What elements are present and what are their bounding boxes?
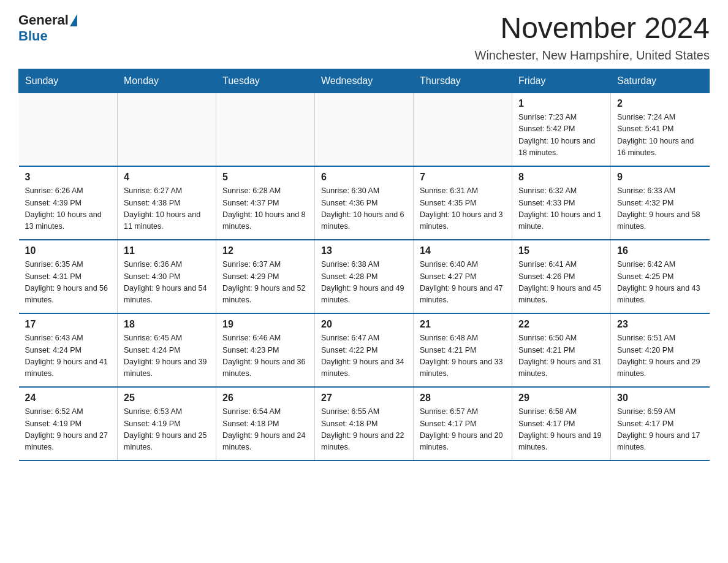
- day-number: 17: [25, 319, 112, 330]
- calendar-week-row: 3Sunrise: 6:26 AMSunset: 4:39 PMDaylight…: [19, 166, 710, 240]
- day-number: 2: [617, 98, 703, 109]
- day-info: Sunrise: 6:50 AMSunset: 4:21 PMDaylight:…: [518, 332, 604, 380]
- day-number: 10: [25, 245, 112, 256]
- day-number: 20: [321, 319, 407, 330]
- calendar-cell: 5Sunrise: 6:28 AMSunset: 4:37 PMDaylight…: [216, 166, 315, 240]
- day-number: 18: [124, 319, 210, 330]
- header-monday: Monday: [118, 69, 216, 93]
- day-number: 12: [222, 245, 308, 256]
- day-info: Sunrise: 6:26 AMSunset: 4:39 PMDaylight:…: [25, 185, 112, 233]
- calendar-cell: 4Sunrise: 6:27 AMSunset: 4:38 PMDaylight…: [118, 166, 216, 240]
- calendar-cell: 20Sunrise: 6:47 AMSunset: 4:22 PMDayligh…: [315, 313, 414, 387]
- day-number: 21: [420, 319, 506, 330]
- calendar-cell: [414, 93, 512, 166]
- day-info: Sunrise: 6:58 AMSunset: 4:17 PMDaylight:…: [518, 406, 604, 454]
- logo: General Blue: [18, 12, 77, 44]
- day-info: Sunrise: 6:45 AMSunset: 4:24 PMDaylight:…: [124, 332, 210, 380]
- calendar-week-row: 10Sunrise: 6:35 AMSunset: 4:31 PMDayligh…: [19, 240, 710, 313]
- calendar-cell: [216, 93, 315, 166]
- day-info: Sunrise: 6:52 AMSunset: 4:19 PMDaylight:…: [25, 406, 112, 454]
- day-number: 3: [25, 172, 112, 183]
- logo-general-text: General: [18, 12, 69, 28]
- day-info: Sunrise: 6:37 AMSunset: 4:29 PMDaylight:…: [222, 259, 308, 307]
- day-number: 16: [617, 245, 703, 256]
- day-number: 11: [124, 245, 210, 256]
- day-info: Sunrise: 6:33 AMSunset: 4:32 PMDaylight:…: [617, 185, 703, 233]
- header-sunday: Sunday: [19, 69, 118, 93]
- day-number: 23: [617, 319, 703, 330]
- day-info: Sunrise: 6:28 AMSunset: 4:37 PMDaylight:…: [222, 185, 308, 233]
- day-number: 15: [518, 245, 604, 256]
- logo-blue-text: Blue: [18, 28, 48, 44]
- day-info: Sunrise: 6:31 AMSunset: 4:35 PMDaylight:…: [420, 185, 506, 233]
- day-info: Sunrise: 6:30 AMSunset: 4:36 PMDaylight:…: [321, 185, 407, 233]
- calendar-cell: 12Sunrise: 6:37 AMSunset: 4:29 PMDayligh…: [216, 240, 315, 313]
- calendar-cell: [315, 93, 414, 166]
- calendar-cell: 22Sunrise: 6:50 AMSunset: 4:21 PMDayligh…: [512, 313, 611, 387]
- day-info: Sunrise: 6:47 AMSunset: 4:22 PMDaylight:…: [321, 332, 407, 380]
- title-block: November 2024 Winchester, New Hampshire,…: [475, 12, 710, 63]
- calendar-cell: 3Sunrise: 6:26 AMSunset: 4:39 PMDaylight…: [19, 166, 118, 240]
- day-info: Sunrise: 6:36 AMSunset: 4:30 PMDaylight:…: [124, 259, 210, 307]
- calendar-cell: 8Sunrise: 6:32 AMSunset: 4:33 PMDaylight…: [512, 166, 611, 240]
- day-info: Sunrise: 6:54 AMSunset: 4:18 PMDaylight:…: [222, 406, 308, 454]
- calendar-cell: 25Sunrise: 6:53 AMSunset: 4:19 PMDayligh…: [118, 387, 216, 461]
- day-number: 13: [321, 245, 407, 256]
- calendar-cell: [19, 93, 118, 166]
- day-number: 29: [518, 393, 604, 404]
- day-number: 14: [420, 245, 506, 256]
- calendar-cell: 19Sunrise: 6:46 AMSunset: 4:23 PMDayligh…: [216, 313, 315, 387]
- day-info: Sunrise: 6:35 AMSunset: 4:31 PMDaylight:…: [25, 259, 112, 307]
- calendar-cell: 1Sunrise: 7:23 AMSunset: 5:42 PMDaylight…: [512, 93, 611, 166]
- day-number: 1: [518, 98, 604, 109]
- day-info: Sunrise: 6:51 AMSunset: 4:20 PMDaylight:…: [617, 332, 703, 380]
- day-info: Sunrise: 6:48 AMSunset: 4:21 PMDaylight:…: [420, 332, 506, 380]
- day-number: 6: [321, 172, 407, 183]
- day-info: Sunrise: 6:27 AMSunset: 4:38 PMDaylight:…: [124, 185, 210, 233]
- day-number: 8: [518, 172, 604, 183]
- header-tuesday: Tuesday: [216, 69, 315, 93]
- day-number: 30: [617, 393, 703, 404]
- day-number: 22: [518, 319, 604, 330]
- calendar-cell: 6Sunrise: 6:30 AMSunset: 4:36 PMDaylight…: [315, 166, 414, 240]
- header-friday: Friday: [512, 69, 611, 93]
- calendar-cell: 10Sunrise: 6:35 AMSunset: 4:31 PMDayligh…: [19, 240, 118, 313]
- calendar-cell: [118, 93, 216, 166]
- day-info: Sunrise: 6:42 AMSunset: 4:25 PMDaylight:…: [617, 259, 703, 307]
- day-number: 5: [222, 172, 308, 183]
- calendar-cell: 28Sunrise: 6:57 AMSunset: 4:17 PMDayligh…: [414, 387, 512, 461]
- day-info: Sunrise: 6:53 AMSunset: 4:19 PMDaylight:…: [124, 406, 210, 454]
- page-header: General Blue November 2024 Winchester, N…: [18, 12, 710, 63]
- calendar-cell: 2Sunrise: 7:24 AMSunset: 5:41 PMDaylight…: [611, 93, 710, 166]
- calendar-cell: 30Sunrise: 6:59 AMSunset: 4:17 PMDayligh…: [611, 387, 710, 461]
- calendar-cell: 7Sunrise: 6:31 AMSunset: 4:35 PMDaylight…: [414, 166, 512, 240]
- calendar-cell: 24Sunrise: 6:52 AMSunset: 4:19 PMDayligh…: [19, 387, 118, 461]
- calendar-cell: 11Sunrise: 6:36 AMSunset: 4:30 PMDayligh…: [118, 240, 216, 313]
- day-info: Sunrise: 6:59 AMSunset: 4:17 PMDaylight:…: [617, 406, 703, 454]
- calendar-cell: 17Sunrise: 6:43 AMSunset: 4:24 PMDayligh…: [19, 313, 118, 387]
- calendar-cell: 13Sunrise: 6:38 AMSunset: 4:28 PMDayligh…: [315, 240, 414, 313]
- calendar-cell: 18Sunrise: 6:45 AMSunset: 4:24 PMDayligh…: [118, 313, 216, 387]
- day-number: 25: [124, 393, 210, 404]
- calendar-cell: 27Sunrise: 6:55 AMSunset: 4:18 PMDayligh…: [315, 387, 414, 461]
- day-info: Sunrise: 6:57 AMSunset: 4:17 PMDaylight:…: [420, 406, 506, 454]
- day-number: 4: [124, 172, 210, 183]
- day-number: 24: [25, 393, 112, 404]
- day-info: Sunrise: 7:23 AMSunset: 5:42 PMDaylight:…: [518, 112, 604, 159]
- day-number: 27: [321, 393, 407, 404]
- day-number: 26: [222, 393, 308, 404]
- calendar-cell: 29Sunrise: 6:58 AMSunset: 4:17 PMDayligh…: [512, 387, 611, 461]
- calendar-header-row: SundayMondayTuesdayWednesdayThursdayFrid…: [19, 69, 710, 93]
- month-year-title: November 2024: [475, 12, 710, 45]
- location-title: Winchester, New Hampshire, United States: [475, 48, 710, 63]
- day-number: 9: [617, 172, 703, 183]
- calendar-cell: 26Sunrise: 6:54 AMSunset: 4:18 PMDayligh…: [216, 387, 315, 461]
- calendar-cell: 16Sunrise: 6:42 AMSunset: 4:25 PMDayligh…: [611, 240, 710, 313]
- calendar-week-row: 1Sunrise: 7:23 AMSunset: 5:42 PMDaylight…: [19, 93, 710, 166]
- calendar-cell: 23Sunrise: 6:51 AMSunset: 4:20 PMDayligh…: [611, 313, 710, 387]
- header-saturday: Saturday: [611, 69, 710, 93]
- day-info: Sunrise: 6:40 AMSunset: 4:27 PMDaylight:…: [420, 259, 506, 307]
- header-thursday: Thursday: [414, 69, 512, 93]
- calendar-table: SundayMondayTuesdayWednesdayThursdayFrid…: [18, 69, 710, 462]
- day-info: Sunrise: 6:41 AMSunset: 4:26 PMDaylight:…: [518, 259, 604, 307]
